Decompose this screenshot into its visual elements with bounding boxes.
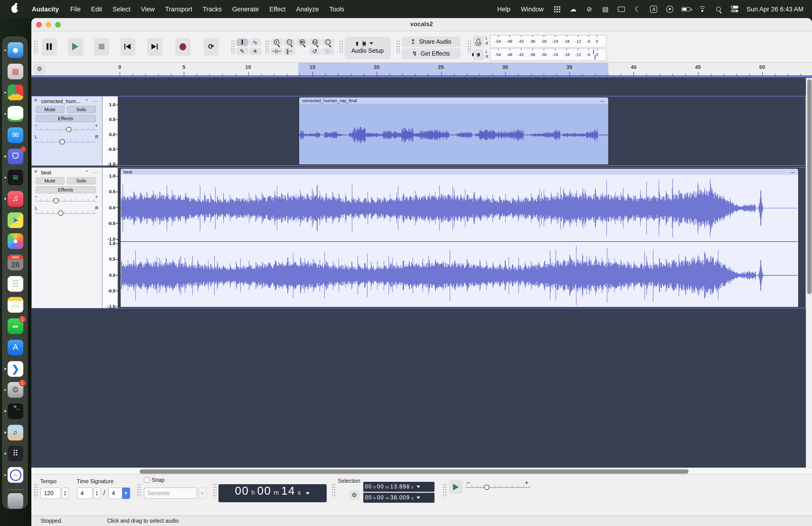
envelope-tool-button[interactable]: ∿	[249, 38, 261, 46]
dock-mail-icon[interactable]: ✉	[8, 127, 23, 143]
gain-slider[interactable]	[35, 127, 96, 132]
dock-launchpad-icon[interactable]: ▦	[8, 63, 23, 79]
track-control-panel[interactable]: ✕beat⌃…MuteSoloEffects−+LR	[32, 168, 103, 308]
selection-settings-button[interactable]: ⚙	[349, 490, 359, 500]
edit-toolbar-grip[interactable]	[265, 40, 269, 54]
redo-button[interactable]: ↻	[322, 47, 334, 55]
dock-discord-icon[interactable]: ᗜ	[8, 148, 23, 164]
audio-position-display[interactable]: 00h 00m 14s	[218, 484, 327, 502]
record-meter-button[interactable]	[473, 35, 484, 47]
audio-setup-button[interactable]: Audio Setup	[345, 36, 391, 59]
moon-icon[interactable]: ☾	[632, 4, 644, 14]
share-audio-button[interactable]: ↥ Share Audio	[402, 36, 460, 47]
time-signature-upper-input[interactable]: 4	[77, 487, 92, 499]
horizontal-scrollbar[interactable]	[31, 468, 812, 474]
cloud-icon[interactable]: ☁	[567, 4, 579, 14]
play-at-speed-grip[interactable]	[442, 483, 446, 497]
track-lane[interactable]: corrected_human_rap_final…	[118, 96, 806, 165]
menu-analyze[interactable]: Analyze	[291, 5, 324, 13]
dock-chrome-icon[interactable]: ●	[8, 85, 23, 100]
play-speed-slider-thumb[interactable]	[484, 484, 489, 490]
menu-file[interactable]: File	[65, 5, 86, 13]
loop-button[interactable]: ⟳	[203, 38, 219, 55]
clip-header[interactable]: beat…	[121, 168, 798, 175]
close-track-button[interactable]: ✕	[34, 169, 38, 174]
mute-button[interactable]: Mute	[35, 106, 64, 113]
selection-end-chevron[interactable]	[417, 497, 420, 499]
time-signature-stepper[interactable]: ▲▼	[93, 487, 100, 499]
pan-slider-thumb[interactable]	[60, 139, 65, 144]
menu-tools[interactable]: Tools	[324, 5, 349, 13]
play-circle-icon[interactable]: ▶	[664, 4, 676, 14]
snap-unit-select[interactable]: Seconds	[144, 487, 197, 499]
close-track-button[interactable]: ✕	[34, 98, 38, 102]
dock-finder-icon[interactable]: ☻	[8, 42, 23, 58]
track-control-panel[interactable]: ✕corrected_hum...⌃…MuteSoloEffects−+LR	[32, 96, 103, 165]
wifi-icon[interactable]	[696, 4, 709, 14]
dock-preview-icon[interactable]: ⌕	[8, 425, 23, 440]
selection-start-field[interactable]: 00h 00m 13.898s	[363, 482, 434, 492]
dock-keypad-app-icon[interactable]: ⠿	[8, 446, 23, 461]
pan-slider-thumb[interactable]	[58, 211, 64, 216]
clip-menu-button[interactable]: …	[790, 168, 795, 174]
horizontal-scrollbar-thumb[interactable]	[139, 469, 688, 473]
effects-button[interactable]: Effects	[35, 115, 96, 122]
pause-button[interactable]	[42, 38, 57, 55]
track-name[interactable]: corrected_hum...	[41, 98, 80, 104]
time-toolbar-grip[interactable]	[213, 483, 216, 497]
tools-toolbar-grip[interactable]	[231, 40, 234, 54]
dock-photos-icon[interactable]: ●	[8, 233, 23, 249]
track-menu-button[interactable]: …	[92, 97, 98, 102]
menu-edit[interactable]: Edit	[86, 5, 107, 13]
silence-audio-button[interactable]: ∥−	[283, 47, 295, 55]
menu-view[interactable]: View	[135, 5, 160, 13]
title-bar[interactable]: vocals2	[31, 18, 812, 31]
track-row[interactable]: ✕beat⌃…MuteSoloEffects−+LR1.00.50.0-0.5-…	[31, 167, 806, 308]
multi-tool-button[interactable]: ✳	[249, 47, 261, 55]
draw-tool-button[interactable]: ✎	[236, 47, 248, 55]
meter-toolbar-grip[interactable]	[467, 40, 471, 54]
display-icon[interactable]	[615, 4, 628, 14]
dock-trash-icon[interactable]	[8, 493, 23, 509]
zoom-selection-button[interactable]: ⇹	[296, 38, 308, 46]
dock-settings-icon[interactable]: ⚙1	[8, 382, 23, 398]
track-menu-button[interactable]: …	[92, 168, 98, 174]
dnd-icon[interactable]: ⊘	[583, 4, 595, 14]
snap-unit-chevron[interactable]: ∨	[198, 487, 206, 499]
menu-audacity[interactable]: Audacity	[27, 5, 65, 13]
dock-terminal-icon[interactable]: >_	[8, 403, 23, 419]
play-speed-slider[interactable]	[466, 484, 530, 490]
record-meter[interactable]: -54-48-42-36-30-24-18-12-60	[490, 35, 606, 47]
trim-audio-button[interactable]: ⊣⊢	[271, 47, 282, 55]
audio-clip[interactable]: beat…	[120, 168, 799, 308]
play-button[interactable]	[68, 38, 83, 55]
menu-effect[interactable]: Effect	[264, 5, 291, 13]
vertical-scrollbar-thumb[interactable]	[807, 79, 812, 294]
menu-generate[interactable]: Generate	[227, 5, 264, 13]
track-row[interactable]: ✕corrected_hum...⌃…MuteSoloEffects−+LR1.…	[31, 96, 806, 166]
audio-clip[interactable]: corrected_human_rap_final…	[299, 97, 609, 165]
battery-icon[interactable]	[680, 4, 692, 14]
snap-checkbox[interactable]	[144, 477, 149, 483]
vertical-scrollbar[interactable]	[806, 78, 812, 468]
dock-spotify-icon[interactable]: ≋	[8, 170, 23, 185]
share-toolbar-grip[interactable]	[396, 40, 400, 54]
gain-slider-thumb[interactable]	[66, 127, 71, 132]
playback-meter-button[interactable]	[473, 49, 484, 60]
track-lane[interactable]: beat…	[118, 168, 806, 308]
spotlight-icon[interactable]	[712, 4, 725, 14]
timeline-options-button[interactable]: ⚙	[33, 64, 45, 74]
selection-start-chevron[interactable]	[417, 486, 420, 488]
solo-button[interactable]: Solo	[67, 177, 96, 184]
dock-maps-icon[interactable]: ➤	[8, 212, 23, 228]
tempo-stepper[interactable]: ▲▼	[61, 487, 69, 499]
keyboard-icon[interactable]: ▤	[599, 4, 612, 14]
zoom-toggle-button[interactable]: ·	[322, 38, 334, 46]
collapse-track-chevron[interactable]: ⌃	[85, 169, 89, 175]
menu-help[interactable]: Help	[492, 5, 516, 13]
app-grid-icon[interactable]	[551, 4, 563, 14]
menu-select[interactable]: Select	[107, 5, 135, 13]
time-format-chevron[interactable]	[306, 492, 310, 494]
play-at-speed-button[interactable]	[449, 480, 462, 494]
menu-window[interactable]: Window	[516, 5, 549, 13]
